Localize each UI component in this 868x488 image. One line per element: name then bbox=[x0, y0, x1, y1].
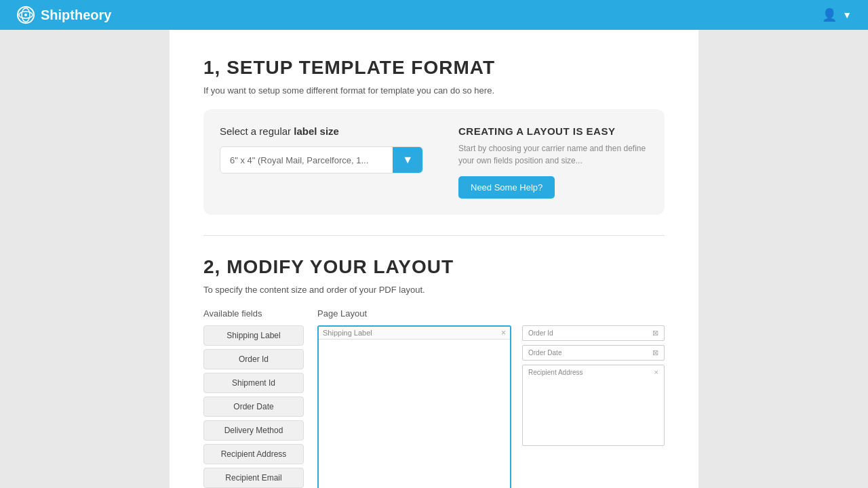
section1: 1, SETUP TEMPLATE FORMAT If you want to … bbox=[203, 57, 665, 215]
main-content: 1, SETUP TEMPLATE FORMAT If you want to … bbox=[170, 30, 698, 488]
layout-order-date-close[interactable]: ⊠ bbox=[652, 348, 658, 357]
fields-layout-row: Available fields Shipping Label Order Id… bbox=[203, 308, 665, 488]
layout-order-date[interactable]: Order Date ⊠ bbox=[522, 345, 665, 361]
select-label-prefix: Select a regular bbox=[220, 125, 294, 137]
layout-order-id-close[interactable]: ⊠ bbox=[652, 329, 658, 338]
section2: 2, MODIFY YOUR LAYOUT To specify the con… bbox=[203, 256, 665, 488]
setup-right: CREATING A LAYOUT IS EASY Start by choos… bbox=[458, 125, 648, 199]
layout-right-col: Order Id ⊠ Order Date ⊠ Recipient Addres… bbox=[522, 308, 665, 488]
page-layout-col: Page Layout Shipping Label × bbox=[317, 308, 511, 488]
logo: Shiptheory bbox=[16, 5, 111, 24]
layout-order-id-label: Order Id bbox=[528, 329, 553, 337]
field-item-recipient-email[interactable]: Recipient Email bbox=[203, 468, 304, 488]
field-item-order-date[interactable]: Order Date bbox=[203, 396, 304, 417]
field-item-shipping-label[interactable]: Shipping Label bbox=[203, 325, 304, 346]
select-label: Select a regular label size bbox=[220, 125, 438, 137]
field-item-shipment-id[interactable]: Shipment Id bbox=[203, 373, 304, 393]
section1-title: 1, SETUP TEMPLATE FORMAT bbox=[203, 57, 665, 79]
select-current-value: 6" x 4" (Royal Mail, Parcelforce, 1... bbox=[220, 148, 393, 172]
layout-recipient-address-label: Recipient Address bbox=[528, 369, 583, 376]
section1-description: If you want to setup some different form… bbox=[203, 85, 665, 96]
layout-recipient-address[interactable]: Recipient Address × bbox=[522, 365, 665, 446]
help-button[interactable]: Need Some Help? bbox=[458, 176, 555, 199]
setup-left: Select a regular label size 6" x 4" (Roy… bbox=[220, 125, 438, 174]
select-label-bold: label size bbox=[294, 125, 339, 137]
user-icon[interactable]: 👤 bbox=[822, 7, 837, 22]
layout-recipient-address-close[interactable]: × bbox=[654, 368, 658, 376]
canvas-label: Shipping Label bbox=[323, 329, 372, 337]
setup-box: Select a regular label size 6" x 4" (Roy… bbox=[203, 109, 665, 215]
logo-icon bbox=[16, 5, 35, 24]
canvas-close-button[interactable]: × bbox=[501, 328, 506, 338]
header-right: 👤 ▼ bbox=[822, 7, 852, 22]
layout-right-spacer bbox=[522, 308, 665, 319]
app-header: Shiptheory 👤 ▼ bbox=[0, 0, 868, 30]
logo-text: Shiptheory bbox=[41, 7, 111, 23]
label-size-select[interactable]: 6" x 4" (Royal Mail, Parcelforce, 1... ▼ bbox=[220, 146, 423, 174]
page-layout-label: Page Layout bbox=[317, 308, 511, 319]
page-layout-area: Page Layout Shipping Label × Order Id ⊠ bbox=[317, 308, 665, 488]
section2-title: 2, MODIFY YOUR LAYOUT bbox=[203, 256, 665, 278]
canvas-header-bar: Shipping Label × bbox=[319, 327, 510, 340]
field-item-recipient-address[interactable]: Recipient Address bbox=[203, 444, 304, 464]
section-divider bbox=[203, 235, 665, 236]
section2-description: To specify the content size and order of… bbox=[203, 285, 665, 295]
header-dropdown-icon[interactable]: ▼ bbox=[842, 9, 852, 20]
canvas-body bbox=[319, 340, 510, 462]
layout-order-date-label: Order Date bbox=[528, 349, 561, 357]
creating-title: CREATING A LAYOUT IS EASY bbox=[458, 125, 648, 137]
available-label: Available fields bbox=[203, 308, 304, 319]
layout-order-id[interactable]: Order Id ⊠ bbox=[522, 325, 665, 341]
field-item-delivery-method[interactable]: Delivery Method bbox=[203, 420, 304, 441]
select-dropdown-button[interactable]: ▼ bbox=[393, 147, 422, 173]
svg-point-3 bbox=[24, 14, 27, 16]
layout-canvas[interactable]: Shipping Label × bbox=[317, 325, 511, 488]
available-fields-panel: Available fields Shipping Label Order Id… bbox=[203, 308, 304, 488]
field-item-order-id[interactable]: Order Id bbox=[203, 349, 304, 369]
creating-desc: Start by choosing your carrier name and … bbox=[458, 142, 648, 167]
